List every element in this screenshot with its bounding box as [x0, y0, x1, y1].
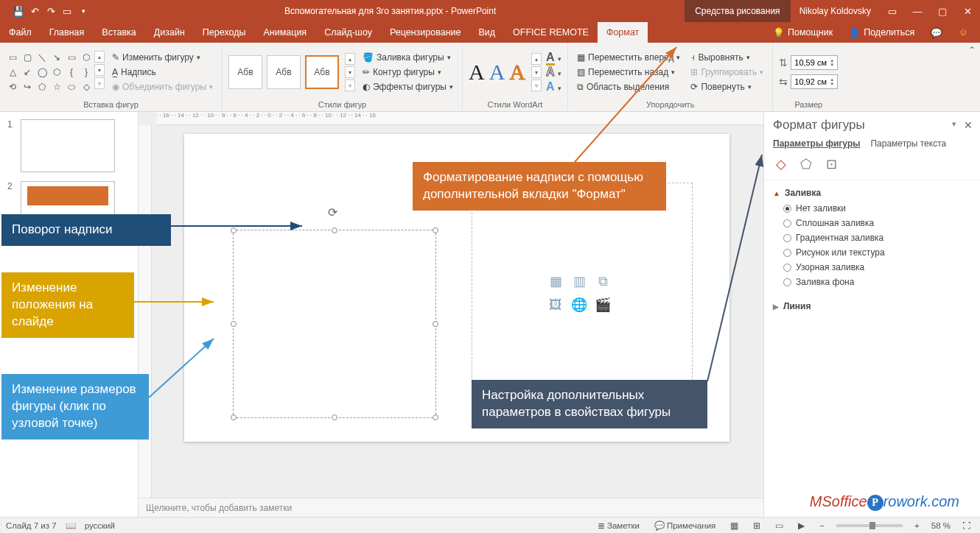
zoom-level[interactable]: 58 %: [931, 521, 951, 530]
tab-transitions[interactable]: Переходы: [194, 22, 255, 43]
feedback-icon[interactable]: 💬: [925, 22, 948, 43]
pane-options-icon[interactable]: ▾: [952, 119, 956, 131]
tab-slideshow[interactable]: Слайд-шоу: [315, 22, 381, 43]
picture-icon[interactable]: 🖼: [546, 295, 565, 314]
selected-textbox[interactable]: ⟳: [233, 230, 436, 418]
fill-gradient-option[interactable]: Градиентная заливка: [773, 230, 971, 245]
close-icon[interactable]: ✕: [955, 0, 980, 22]
thumb-1[interactable]: 1: [0, 118, 138, 180]
tab-view[interactable]: Вид: [469, 22, 504, 43]
height-input[interactable]: 10,59 см▲▼: [791, 55, 838, 70]
tell-me-button[interactable]: 💡Помощник: [767, 22, 839, 43]
shape-effects-button[interactable]: ◐Эффекты фигуры▾: [360, 80, 456, 93]
sorter-view-icon[interactable]: ⊞: [750, 520, 763, 531]
fill-pattern-option[interactable]: Узорная заливка: [773, 260, 971, 275]
effects-pane-icon[interactable]: ⬠: [798, 156, 814, 172]
fill-solid-option[interactable]: Сплошная заливка: [773, 216, 971, 230]
shapes-gallery[interactable]: ▭▢＼↘▭⬡ △↙◯⬡{} ⟲↪⬠☆⬭◇: [6, 51, 93, 93]
tab-home[interactable]: Главная: [41, 22, 94, 43]
shape-fill-button[interactable]: 🪣Заливка фигуры▾: [360, 51, 456, 64]
text-box-button[interactable]: A̲Надпись: [109, 66, 216, 79]
smartart-icon[interactable]: ⧉: [593, 272, 612, 291]
table-icon[interactable]: ▦: [546, 272, 565, 291]
shape-style-1[interactable]: Абв: [228, 55, 262, 89]
resize-handle[interactable]: [231, 321, 237, 327]
wordart-down-icon[interactable]: ▾: [531, 66, 542, 78]
reading-view-icon[interactable]: ▭: [772, 520, 786, 531]
pane-tab-shape-options[interactable]: Параметры фигуры: [773, 138, 860, 149]
size-props-icon[interactable]: ⊡: [823, 156, 839, 172]
align-button[interactable]: ⫞Выровнять▾: [687, 51, 766, 64]
fit-to-window-icon[interactable]: ⛶: [959, 521, 974, 530]
tab-animations[interactable]: Анимация: [254, 22, 315, 43]
bring-forward-button[interactable]: ▦Переместить вперед▾: [574, 51, 683, 64]
pane-close-icon[interactable]: ✕: [964, 119, 973, 131]
text-fill-icon[interactable]: A ▾: [546, 51, 561, 64]
gallery-down-icon[interactable]: ▾: [94, 64, 105, 76]
smiley-icon[interactable]: ☺: [953, 22, 974, 43]
spellcheck-icon[interactable]: 📖: [66, 520, 76, 531]
zoom-slider[interactable]: [836, 524, 903, 527]
styles-up-icon[interactable]: ▴: [345, 53, 355, 65]
pane-tab-text-options[interactable]: Параметры текста: [870, 138, 946, 149]
tab-format[interactable]: Формат: [598, 22, 648, 43]
maximize-icon[interactable]: ▢: [930, 0, 955, 22]
tab-office-remote[interactable]: OFFICE REMOTE: [504, 22, 598, 43]
normal-view-icon[interactable]: ▦: [727, 520, 741, 531]
shape-outline-button[interactable]: ✏Контур фигуры▾: [360, 66, 456, 79]
fill-slidebg-option[interactable]: Заливка фона: [773, 275, 971, 289]
wordart-style-3[interactable]: А: [509, 60, 525, 85]
rotate-button[interactable]: ⟳Повернуть▾: [687, 80, 766, 93]
resize-handle[interactable]: [433, 227, 438, 233]
send-backward-button[interactable]: ▧Переместить назад▾: [574, 66, 683, 79]
text-effects-icon[interactable]: A ▾: [546, 80, 561, 93]
edit-shape-button[interactable]: ✎Изменить фигуру▾: [109, 51, 216, 64]
chart-icon[interactable]: ▥: [570, 272, 589, 291]
tab-file[interactable]: Файл: [0, 22, 41, 43]
online-picture-icon[interactable]: 🌐: [570, 295, 589, 314]
save-icon[interactable]: 💾: [12, 4, 25, 18]
wordart-more-icon[interactable]: ▿: [531, 80, 542, 91]
width-input[interactable]: 10,92 см▲▼: [791, 74, 838, 89]
gallery-more-icon[interactable]: ▿: [94, 77, 105, 89]
zoom-in-icon[interactable]: +: [911, 521, 923, 530]
undo-icon[interactable]: ↶: [28, 4, 41, 18]
merge-shapes-button[interactable]: ◉Объединить фигуры▾: [109, 80, 216, 93]
resize-handle[interactable]: [231, 414, 237, 420]
wordart-up-icon[interactable]: ▴: [531, 53, 542, 65]
notes-button[interactable]: ≣ Заметки: [595, 520, 643, 531]
resize-handle[interactable]: [433, 414, 438, 420]
content-placeholder[interactable]: ▦ ▥ ⧉ 🖼 🌐 🎬: [472, 183, 693, 411]
shape-style-3[interactable]: Абв: [305, 55, 339, 89]
selection-pane-button[interactable]: ⧉Область выделения: [574, 80, 683, 93]
comments-button[interactable]: 💬 Примечания: [651, 520, 718, 531]
video-icon[interactable]: 🎬: [593, 295, 612, 314]
rotation-handle-icon[interactable]: ⟳: [328, 205, 341, 219]
styles-more-icon[interactable]: ▿: [345, 80, 355, 91]
fill-line-icon[interactable]: ◇: [773, 156, 789, 172]
redo-icon[interactable]: ↷: [44, 4, 57, 18]
collapse-ribbon-icon[interactable]: ˆ: [970, 43, 980, 111]
qat-more-icon[interactable]: ▾: [77, 4, 90, 18]
start-slideshow-icon[interactable]: ▭: [60, 4, 74, 18]
gallery-up-icon[interactable]: ▴: [94, 51, 105, 63]
tab-review[interactable]: Рецензирование: [381, 22, 470, 43]
resize-handle[interactable]: [332, 227, 337, 233]
text-outline-icon[interactable]: A ▾: [546, 66, 561, 79]
resize-handle[interactable]: [433, 321, 438, 327]
user-name[interactable]: Nikolay Koldovsky: [791, 6, 880, 16]
tab-insert[interactable]: Вставка: [93, 22, 144, 43]
group-button[interactable]: ⊞Группировать▾: [687, 66, 766, 79]
fill-picture-option[interactable]: Рисунок или текстура: [773, 245, 971, 260]
zoom-out-icon[interactable]: −: [816, 521, 827, 530]
fill-section-header[interactable]: ▲Заливка: [773, 185, 971, 201]
slideshow-view-icon[interactable]: ▶: [795, 520, 808, 531]
tab-design[interactable]: Дизайн: [145, 22, 194, 43]
ribbon-display-icon[interactable]: ▭: [880, 0, 905, 22]
styles-down-icon[interactable]: ▾: [345, 66, 355, 78]
minimize-icon[interactable]: —: [905, 0, 930, 22]
resize-handle[interactable]: [332, 414, 337, 420]
fill-none-option[interactable]: Нет заливки: [773, 201, 971, 216]
share-button[interactable]: 👤Поделиться: [843, 22, 920, 43]
notes-placeholder[interactable]: Щелкните, чтобы добавить заметки: [139, 498, 763, 517]
